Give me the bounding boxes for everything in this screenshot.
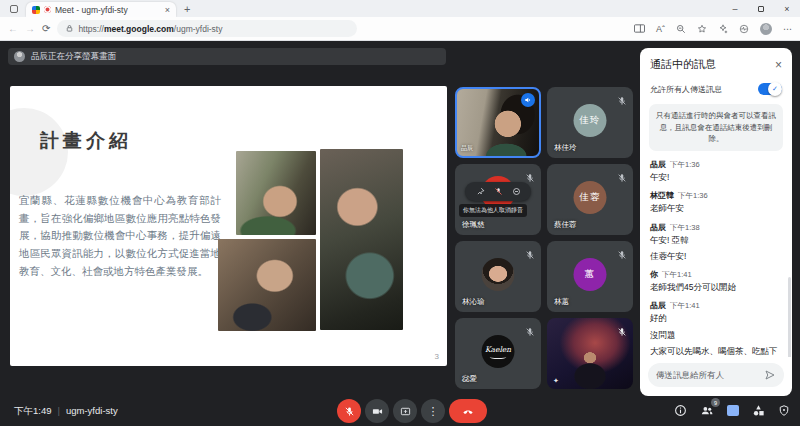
participants-icon[interactable]: 9: [700, 404, 714, 417]
participant-tile[interactable]: 林沁瑜: [455, 241, 541, 312]
chat-scrollbar[interactable]: [788, 277, 791, 357]
tab-title: Meet - ugm-yfdi-sty: [55, 5, 161, 15]
slide-page-number: 3: [435, 352, 439, 361]
call-controls: ⋮: [337, 399, 487, 423]
message-sender: 品辰: [650, 160, 666, 169]
participant-name: 林佳玲: [554, 143, 577, 153]
slide-photo-workshop: [236, 151, 316, 235]
mic-off-icon: [617, 323, 627, 333]
message-sender: 品辰: [650, 223, 666, 232]
message-text: 老師我們45分可以開始: [650, 281, 782, 293]
shared-presentation-slide[interactable]: 計畫介紹 宜蘭縣、花蓮縣數位機會中心為教育部計畫，旨在強化偏鄉地區數位應用亮點特…: [10, 86, 447, 366]
participant-tile[interactable]: 佳蓉 蔡佳蓉: [547, 164, 633, 235]
participant-avatar: 蕙: [574, 258, 607, 291]
message-text: 大家可以先喝水、喝個茶、吃點下午茶~: [650, 345, 782, 357]
participant-tile[interactable]: 佳玲 林佳玲: [547, 87, 633, 158]
chat-title: 通話中的訊息: [650, 57, 716, 72]
participant-name: 蔡佳蓉: [554, 220, 577, 230]
window-maximize-button[interactable]: [748, 0, 774, 17]
favorites-icon[interactable]: [697, 24, 707, 34]
address-bar[interactable]: https://meet.google.com/ugm-yfdi-sty: [57, 20, 357, 37]
meeting-details-icon[interactable]: [674, 404, 687, 417]
split-screen-icon[interactable]: [634, 24, 645, 33]
participant-tile-hovered[interactable]: 你無法為他人取消靜音 徐珮慈: [455, 164, 541, 235]
camera-button[interactable]: [365, 399, 389, 423]
chat-message: 品辰下午1:36 午安!: [650, 159, 782, 183]
allow-messages-toggle[interactable]: ✓: [758, 83, 782, 95]
chat-message-input[interactable]: [656, 370, 760, 380]
activities-icon[interactable]: [752, 404, 765, 417]
participant-logo-avatar: Kaelen: [482, 335, 515, 368]
more-options-button[interactable]: ⋮: [421, 399, 445, 423]
participant-name: 品辰: [461, 144, 473, 153]
toolbar-actions: Aˆ ⋯: [634, 23, 792, 35]
participant-name: 林蕙: [554, 297, 569, 307]
zoom-icon[interactable]: [676, 24, 686, 34]
tab-close-icon[interactable]: ×: [165, 5, 170, 15]
speaking-indicator-icon: [521, 93, 535, 107]
mic-off-icon: [525, 323, 535, 333]
profile-avatar[interactable]: [760, 23, 772, 35]
collections-icon[interactable]: [718, 24, 728, 34]
browser-essentials-icon[interactable]: [739, 24, 749, 34]
tab-actions-glyph: [10, 5, 18, 13]
forward-icon[interactable]: →: [25, 23, 35, 34]
mic-off-icon: [617, 246, 627, 256]
meeting-info: 下午1:49 | ugm-yfdi-sty: [14, 405, 118, 418]
maximize-icon: [758, 6, 764, 12]
message-time: 下午1:38: [670, 223, 700, 232]
pin-icon[interactable]: [476, 187, 485, 196]
chat-message: 林亞韓下午1:36 老師午安: [650, 190, 782, 214]
google-meet-app: 品辰正在分享螢幕畫面 計畫介紹 宜蘭縣、花蓮縣數位機會中心為教育部計畫，旨在強化…: [0, 41, 800, 426]
avatar-logo-text: Kaelen: [485, 345, 511, 354]
message-sender: 品辰: [650, 301, 666, 310]
tab-actions-icon[interactable]: [6, 2, 22, 16]
refresh-icon[interactable]: ⟳: [42, 23, 50, 34]
mic-off-icon: [617, 169, 627, 179]
send-message-icon[interactable]: [764, 369, 776, 381]
chat-message: 品辰下午1:41 好的 沒問題 大家可以先喝水、喝個茶、吃點下午茶~: [650, 300, 782, 357]
read-aloud-icon[interactable]: Aˆ: [656, 24, 665, 34]
chat-header: 通話中的訊息 ×: [640, 48, 792, 77]
end-call-button[interactable]: [449, 399, 487, 423]
present-screen-button[interactable]: [393, 399, 417, 423]
participant-name: 徐珮慈: [462, 220, 485, 230]
remove-participant-icon[interactable]: [512, 187, 521, 196]
slide-title: 計畫介紹: [40, 128, 132, 154]
window-close-button[interactable]: ×: [774, 0, 800, 17]
meet-bottom-bar: 下午1:49 | ugm-yfdi-sty ⋮: [0, 396, 800, 426]
chat-close-icon[interactable]: ×: [775, 58, 782, 72]
participant-tile[interactable]: 蕙 林蕙: [547, 241, 633, 312]
participant-tile-video[interactable]: ✦: [547, 318, 633, 389]
mic-muted-button[interactable]: [337, 399, 361, 423]
settings-menu-icon[interactable]: ⋯: [783, 24, 792, 34]
chat-input-row: [648, 363, 784, 387]
participant-tile[interactable]: Kaelen 惢愛: [455, 318, 541, 389]
meet-side-controls: 9: [674, 404, 790, 417]
participant-photo-avatar: [482, 258, 515, 291]
toggle-knob: ✓: [768, 82, 782, 96]
chat-message-list: 品辰下午1:36 午安! 林亞韓下午1:36 老師午安 品辰下午1:38 午安!…: [640, 157, 792, 357]
window-minimize-button[interactable]: –: [722, 0, 748, 17]
chat-retention-notice: 只有通話進行時的與會者可以查看訊息，且訊息會在通話結束後遭到刪除。: [649, 104, 783, 151]
message-header: 品辰下午1:36: [650, 159, 782, 170]
browser-tab-strip: Meet - ugm-yfdi-sty × + – ×: [0, 0, 800, 17]
chat-panel-icon-active[interactable]: [727, 405, 739, 416]
message-header: 品辰下午1:38: [650, 222, 782, 233]
avatar-initials: 蕙: [585, 268, 596, 281]
chat-bubble-icon: [727, 405, 739, 416]
participant-tile-speaking[interactable]: 品辰: [455, 87, 541, 158]
message-text: 午安! 亞韓: [650, 234, 782, 246]
browser-tab[interactable]: Meet - ugm-yfdi-sty ×: [26, 2, 176, 17]
chat-permission-row: 允許所有人傳送訊息 ✓: [640, 77, 792, 101]
url-path: /ugm-yfdi-sty: [174, 24, 223, 34]
back-icon[interactable]: ←: [8, 23, 18, 34]
clock-time: 下午1:49: [14, 405, 52, 418]
message-header: 你下午1:41: [650, 269, 782, 280]
host-controls-icon[interactable]: [778, 404, 790, 417]
avatar-initials: 佳蓉: [580, 191, 601, 204]
avatar-initials: 佳玲: [580, 114, 601, 127]
meet-favicon-icon: [32, 6, 40, 14]
unmute-disabled-icon[interactable]: [494, 187, 503, 196]
new-tab-button[interactable]: +: [184, 3, 190, 15]
